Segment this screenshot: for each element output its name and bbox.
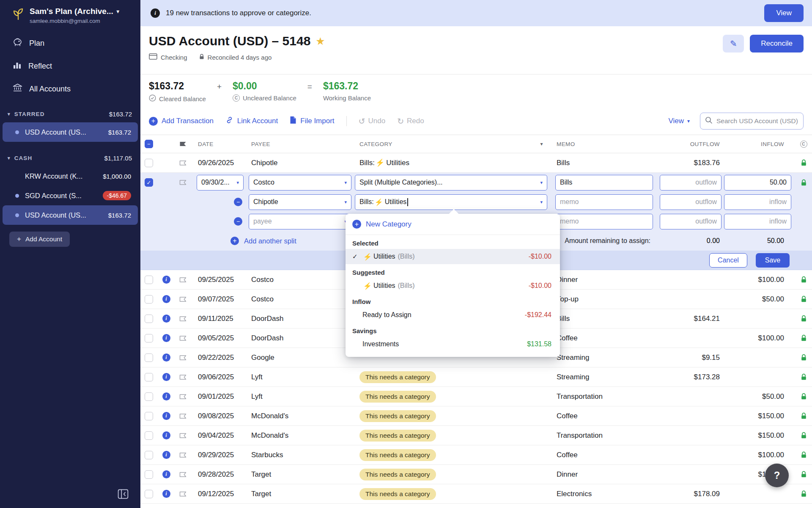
flag-icon[interactable] xyxy=(173,433,192,438)
split-payee-select[interactable]: payee▾ xyxy=(249,214,351,229)
outflow-input[interactable] xyxy=(660,175,721,190)
needs-category-pill[interactable]: This needs a category xyxy=(359,410,436,422)
column-header-date[interactable]: DATE xyxy=(192,141,247,147)
sidebar-account-sgd[interactable]: SGD Account (S... -$46.67 xyxy=(3,186,138,205)
row-checkbox[interactable] xyxy=(145,159,153,167)
cleared-column-header[interactable]: C xyxy=(795,141,812,148)
row-checkbox[interactable] xyxy=(145,451,153,459)
info-icon[interactable]: i xyxy=(162,334,170,342)
add-another-split-button[interactable]: + Add another split xyxy=(192,237,353,245)
row-checkbox[interactable] xyxy=(145,373,153,381)
flag-icon[interactable] xyxy=(173,336,192,341)
row-checkbox[interactable] xyxy=(145,392,153,401)
flag-icon[interactable] xyxy=(173,316,192,321)
view-new-transactions-button[interactable]: View xyxy=(764,4,804,22)
flag-icon[interactable] xyxy=(173,375,192,380)
flag-icon[interactable] xyxy=(173,453,192,458)
info-icon[interactable]: i xyxy=(162,373,170,381)
group-header-starred[interactable]: ▾ STARRED $163.72 xyxy=(0,105,140,122)
remove-split-button[interactable]: − xyxy=(234,217,242,226)
info-icon[interactable]: i xyxy=(162,295,170,303)
info-icon[interactable]: i xyxy=(162,353,170,362)
remove-split-button[interactable]: − xyxy=(234,198,242,206)
file-import-button[interactable]: File Import xyxy=(290,116,334,126)
plan-switcher[interactable]: Sam's Plan (Archive... ▾ samlee.mobbin@g… xyxy=(0,0,140,28)
info-icon[interactable]: i xyxy=(162,392,170,400)
needs-category-pill[interactable]: This needs a category xyxy=(359,430,436,442)
flag-icon[interactable] xyxy=(173,277,192,282)
collapse-sidebar-button[interactable] xyxy=(118,489,129,499)
group-header-cash[interactable]: ▾ CASH $1,117.05 xyxy=(0,149,140,166)
info-icon[interactable]: i xyxy=(162,451,170,459)
add-account-button[interactable]: + Add Account xyxy=(9,232,70,247)
row-checkbox[interactable] xyxy=(145,315,153,323)
sidebar-item-all-accounts[interactable]: All Accounts xyxy=(0,77,140,100)
row-checkbox[interactable] xyxy=(145,334,153,342)
undo-button[interactable]: ↺ Undo xyxy=(359,116,386,126)
column-header-outflow[interactable]: OUTFLOW xyxy=(655,141,722,147)
split-inflow-input[interactable] xyxy=(724,194,791,210)
chevron-down-icon[interactable]: ▾ xyxy=(540,141,543,147)
info-icon[interactable]: i xyxy=(162,412,170,420)
category-select[interactable]: Split (Multiple Categories)...▾ xyxy=(355,175,547,190)
search-input[interactable] xyxy=(716,117,801,125)
table-row[interactable]: i 09/04/2025 McDonald's This needs a cat… xyxy=(140,426,812,445)
column-header-category[interactable]: CATEGORY ▾ xyxy=(353,141,549,147)
select-all-checkbox[interactable]: − xyxy=(145,140,153,148)
cancel-button[interactable]: Cancel xyxy=(709,253,747,268)
edit-account-button[interactable]: ✎ xyxy=(723,35,744,52)
category-option-ready-to-assign[interactable]: Ready to Assign -$192.44 xyxy=(346,307,560,323)
link-account-button[interactable]: Link Account xyxy=(225,116,278,126)
info-icon[interactable]: i xyxy=(162,315,170,323)
save-button[interactable]: Save xyxy=(756,253,790,268)
category-option-utilities-suggested[interactable]: ⚡ Utilities (Bills) -$10.00 xyxy=(346,278,560,293)
inflow-input[interactable] xyxy=(724,175,791,190)
needs-category-pill[interactable]: This needs a category xyxy=(359,449,436,461)
info-icon[interactable]: i xyxy=(162,470,170,478)
table-row[interactable]: 09/26/2025 Chipotle Bills: ⚡ Utilities B… xyxy=(140,153,812,173)
flag-icon[interactable] xyxy=(173,414,192,419)
needs-category-pill[interactable]: This needs a category xyxy=(359,469,436,480)
row-checkbox[interactable] xyxy=(145,470,153,479)
column-header-inflow[interactable]: INFLOW xyxy=(722,141,795,147)
search-box[interactable] xyxy=(700,113,804,130)
flag-column-header[interactable] xyxy=(173,141,192,146)
row-checkbox[interactable] xyxy=(145,412,153,420)
add-transaction-button[interactable]: + Add Transaction xyxy=(149,117,214,126)
row-checkbox[interactable] xyxy=(145,431,153,440)
date-select[interactable]: 09/30/2...▾ xyxy=(197,175,244,190)
table-row[interactable]: i 09/08/2025 McDonald's This needs a cat… xyxy=(140,406,812,426)
row-checkbox[interactable] xyxy=(145,353,153,362)
split-outflow-input[interactable] xyxy=(660,194,721,210)
table-row[interactable]: i 09/29/2025 Starbucks This needs a cate… xyxy=(140,445,812,465)
reconcile-button[interactable]: Reconcile xyxy=(750,35,804,52)
flag-icon[interactable] xyxy=(173,180,192,185)
flag-icon[interactable] xyxy=(173,472,192,477)
sidebar-item-plan[interactable]: Plan xyxy=(0,32,140,55)
needs-category-pill[interactable]: This needs a category xyxy=(359,488,436,500)
table-row[interactable]: i 09/12/2025 Target This needs a categor… xyxy=(140,484,812,504)
split-memo-input[interactable] xyxy=(555,194,653,210)
view-menu-button[interactable]: View ▾ xyxy=(668,117,690,125)
row-checkbox[interactable]: ✓ xyxy=(145,178,153,187)
payee-select[interactable]: Costco▾ xyxy=(249,175,351,190)
split-inflow-input[interactable] xyxy=(724,214,791,229)
sidebar-account-krw[interactable]: KRW Account (K... $1,000.00 xyxy=(3,166,138,186)
row-checkbox[interactable] xyxy=(145,490,153,498)
category-option-investments[interactable]: Investments $131.58 xyxy=(346,337,560,352)
split-outflow-input[interactable] xyxy=(660,214,721,229)
info-icon[interactable]: i xyxy=(162,490,170,498)
table-row[interactable]: i 09/06/2025 Lyft This needs a category … xyxy=(140,367,812,387)
sidebar-account-usd-cash[interactable]: USD Account (US... $163.72 xyxy=(3,205,138,225)
table-row[interactable]: i 09/01/2025 Lyft This needs a category … xyxy=(140,387,812,406)
flag-icon[interactable] xyxy=(173,355,192,360)
column-header-payee[interactable]: PAYEE xyxy=(247,141,353,147)
flag-icon[interactable] xyxy=(173,394,192,399)
needs-category-pill[interactable]: This needs a category xyxy=(359,371,436,383)
star-icon[interactable]: ★ xyxy=(315,35,325,47)
table-row[interactable]: i 09/28/2025 Target This needs a categor… xyxy=(140,465,812,484)
sidebar-item-reflect[interactable]: Reflect xyxy=(0,55,140,77)
split-category-select[interactable]: Bills: ⚡ Utilities ▾ xyxy=(355,194,547,210)
help-button[interactable]: ? xyxy=(765,464,789,487)
needs-category-pill[interactable]: This needs a category xyxy=(359,391,436,403)
